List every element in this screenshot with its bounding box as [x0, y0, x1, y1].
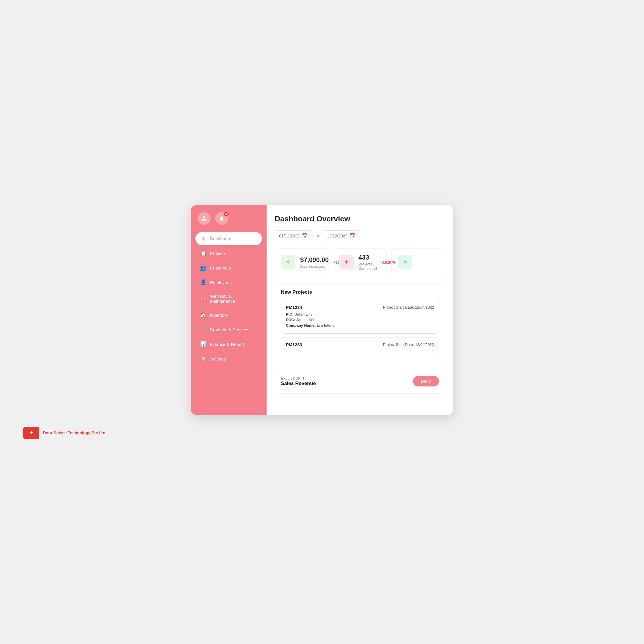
- employees-icon: 👤: [200, 279, 207, 286]
- stat-icon-projects: [339, 255, 354, 269]
- sidebar-item-products[interactable]: 🔧 Products & Services: [195, 323, 262, 336]
- sidebar-item-inventory[interactable]: 🏠 Inventory: [195, 308, 262, 322]
- project-start-date: Project Start Date: 12/04/2022: [383, 342, 434, 347]
- products-icon: 🔧: [200, 326, 207, 333]
- sidebar-label-projects: Projects: [210, 251, 226, 256]
- company-logo: +: [23, 427, 39, 439]
- logo-cross-icon: +: [29, 429, 33, 437]
- avatar[interactable]: [198, 212, 211, 225]
- sidebar-label-products: Products & Services: [210, 327, 249, 332]
- page-title: Dashboard Overview: [275, 214, 445, 223]
- footer: + Door Suisse Technology Pte Ltd: [12, 427, 105, 439]
- sidebar-item-employees[interactable]: 👤 Employees: [195, 276, 262, 289]
- stat-value-sales: $7,090.00: [300, 256, 329, 264]
- project-start-date: Project Start Date: 12/04/2022: [383, 305, 434, 309]
- projects-section-title: New Projects: [281, 289, 439, 295]
- stat-card-extra: [391, 248, 445, 276]
- daily-button[interactable]: Daily: [413, 376, 439, 386]
- app-container: 4 ⊞ Dashboard 📋 Projects 👥 Customers 👤 E…: [191, 205, 453, 415]
- end-date-value: 12/12/2022: [327, 234, 347, 238]
- nav-menu: ⊞ Dashboard 📋 Projects 👥 Customers 👤 Emp…: [195, 232, 262, 367]
- calendar-icon-start: 📅: [302, 233, 308, 239]
- stats-row: $7,090.00 Sale Increases +16.20% 433 Pro…: [275, 248, 445, 276]
- revenue-header: Export PDF ⬇ Sales Revenue Daily: [281, 376, 439, 386]
- sidebar-item-projects[interactable]: 📋 Projects: [195, 246, 262, 260]
- stat-info-extra: [417, 262, 439, 263]
- sidebar-item-settings[interactable]: ⚙ Settings: [195, 352, 262, 365]
- date-range-row: 01/12/2022 📅 to 12/12/2022 📅: [275, 230, 445, 241]
- date-separator: to: [316, 234, 319, 238]
- end-date-input[interactable]: 12/12/2022 📅: [323, 230, 360, 241]
- revenue-title: Sales Revenue: [281, 381, 316, 386]
- notification-badge: 4: [223, 211, 229, 217]
- project-card[interactable]: PM1233 Project Start Date: 12/04/2022: [281, 337, 439, 354]
- sidebar-label-customers: Customers: [210, 265, 231, 270]
- sidebar-label-finance: Finance & Report: [210, 342, 244, 347]
- main-content: Dashboard Overview 01/12/2022 📅 to 12/12…: [267, 205, 453, 415]
- finance-icon: 📊: [200, 341, 207, 347]
- dashboard-icon: ⊞: [200, 235, 207, 242]
- company-rest: Technology Pte Ltd: [67, 431, 106, 435]
- stat-card-projects: 433 Projects Completed -16.20%: [333, 248, 387, 276]
- sidebar-item-dashboard[interactable]: ⊞ Dashboard: [195, 232, 262, 245]
- start-date-value: 01/12/2022: [279, 234, 300, 238]
- stat-info-sales: $7,090.00 Sale Increases: [300, 256, 329, 269]
- projects-icon: 📋: [200, 250, 207, 256]
- stat-icon-extra: [398, 255, 412, 269]
- sidebar-top: 4: [195, 212, 262, 225]
- svg-point-0: [203, 216, 205, 218]
- sidebar-item-finance[interactable]: 📊 Finance & Report: [195, 337, 262, 351]
- revenue-section: Export PDF ⬇ Sales Revenue Daily: [275, 370, 445, 394]
- project-poc: POC: James Koh: [286, 318, 434, 322]
- project-id: PM1234: [286, 305, 302, 310]
- stat-value-projects: 433: [358, 254, 377, 261]
- stat-label-sales: Sale Increases: [300, 264, 329, 269]
- sidebar-label-inventory: Inventory: [210, 313, 228, 318]
- start-date-input[interactable]: 01/12/2022 📅: [275, 230, 312, 241]
- project-company: Company Name: Lim Interior: [286, 323, 434, 328]
- calendar-icon-end: 📅: [350, 233, 356, 239]
- stat-label-projects: Projects Completed: [358, 262, 377, 271]
- settings-icon: ⚙: [200, 356, 207, 362]
- sidebar-label-employees: Employees: [210, 280, 232, 285]
- sidebar-label-warranty: Warranty & Maintenance: [210, 294, 257, 304]
- stat-info-projects: 433 Projects Completed: [358, 254, 377, 271]
- sidebar: 4 ⊞ Dashboard 📋 Projects 👥 Customers 👤 E…: [191, 205, 267, 415]
- project-header: PM1234 Project Start Date: 12/04/2022: [286, 305, 434, 310]
- project-header: PM1233 Project Start Date: 12/04/2022: [286, 342, 434, 347]
- project-card[interactable]: PM1234 Project Start Date: 12/04/2022 PI…: [281, 300, 439, 334]
- customers-icon: 👥: [200, 265, 207, 271]
- inventory-icon: 🏠: [200, 312, 207, 318]
- sidebar-item-warranty[interactable]: 🛡 Warranty & Maintenance: [195, 290, 262, 307]
- company-name: Door Suisse Technology Pte Ltd: [43, 431, 105, 435]
- warranty-icon: 🛡: [200, 296, 207, 302]
- sidebar-label-settings: Settings: [210, 356, 226, 361]
- download-icon: ⬇: [302, 376, 305, 381]
- export-label: Export PDF: [281, 376, 300, 381]
- company-word-highlight: Suisse: [53, 431, 67, 435]
- project-pic: PIC: Sarah Lim: [286, 312, 434, 316]
- sidebar-label-dashboard: Dashboard: [210, 236, 231, 241]
- project-id: PM1233: [286, 342, 302, 347]
- company-word-1: Door: [43, 431, 53, 435]
- export-pdf-button[interactable]: Export PDF ⬇: [281, 376, 316, 381]
- stat-card-sales: $7,090.00 Sale Increases +16.20%: [275, 248, 328, 276]
- new-projects-section: New Projects PM1234 Project Start Date: …: [275, 283, 445, 364]
- projects-list: PM1234 Project Start Date: 12/04/2022 PI…: [281, 300, 439, 354]
- bell-button[interactable]: 4: [215, 212, 228, 225]
- stat-icon-sales: [281, 255, 295, 269]
- sidebar-item-customers[interactable]: 👥 Customers: [195, 261, 262, 274]
